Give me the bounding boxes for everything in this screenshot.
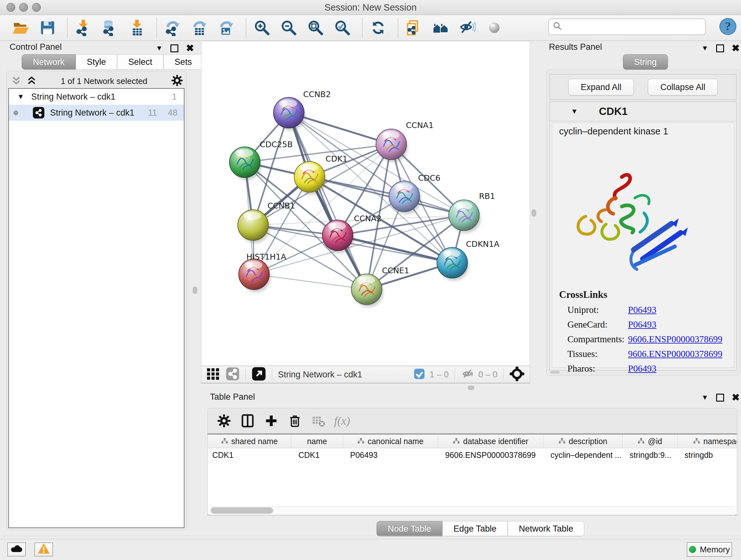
- edge-CCNB2-CCNE1[interactable]: [289, 113, 367, 289]
- collapse-all-networks-icon[interactable]: [26, 75, 37, 87]
- crosslink-label: Pharos:: [567, 363, 628, 374]
- column-label: namespace: [703, 437, 737, 446]
- node-HIST1H1A[interactable]: HIST1H1A: [239, 252, 286, 292]
- delete-column-icon[interactable]: [286, 412, 304, 430]
- left-divider-handle[interactable]: [193, 287, 197, 294]
- search-input[interactable]: [565, 22, 705, 32]
- export-image-icon[interactable]: [218, 19, 235, 37]
- node-RB1[interactable]: RB1: [449, 192, 495, 233]
- tab-string[interactable]: String: [623, 54, 668, 70]
- table-row[interactable]: CDK1CDK1P064939606.ENSP00000378699cyclin…: [208, 448, 737, 462]
- edge-HIST1H1A-CCNE1[interactable]: [254, 274, 367, 289]
- table-tabs: Node TableEdge TableNetwork Table: [377, 521, 584, 537]
- open-in-new-icon[interactable]: [252, 367, 266, 382]
- cloud-button[interactable]: [7, 543, 26, 557]
- hidden-eye-icon[interactable]: [461, 367, 475, 382]
- gene-expand-icon[interactable]: ▼: [571, 108, 578, 115]
- refresh-icon[interactable]: [369, 19, 387, 37]
- float-panel-icon[interactable]: [171, 44, 179, 52]
- node-CDKN1A[interactable]: CDKN1A: [437, 240, 499, 281]
- collapse-panel-icon[interactable]: ▼: [156, 45, 163, 52]
- node-CCNA1[interactable]: CCNA1: [376, 121, 434, 162]
- network-collection-label: String Network – cdk1: [31, 92, 116, 102]
- tab-style[interactable]: Style: [76, 54, 117, 70]
- gene-header-row[interactable]: ▼ CDK1: [550, 102, 736, 121]
- export-network-icon[interactable]: [164, 19, 181, 37]
- network-canvas[interactable]: CCNB2CCNA1CDC25BCDK1CDC6RB1CCNB1CCNA2CDK…: [201, 41, 530, 366]
- column-header-shared-name[interactable]: shared name: [208, 435, 291, 448]
- add-column-icon[interactable]: [262, 412, 280, 430]
- tab-network-table[interactable]: Network Table: [508, 521, 585, 537]
- help-icon[interactable]: ?: [719, 17, 737, 36]
- node-CCNB2[interactable]: CCNB2: [273, 90, 331, 131]
- expand-all-button[interactable]: Expand All: [568, 79, 634, 96]
- column-header-database-identifier[interactable]: database identifier: [438, 435, 543, 448]
- float-panel-icon[interactable]: [716, 394, 724, 401]
- column-label: @id: [648, 437, 662, 446]
- table-hscrollbar-thumb[interactable]: [211, 507, 273, 514]
- zoom-out-icon[interactable]: [280, 19, 297, 37]
- warnings-button[interactable]: [35, 543, 53, 557]
- column-header-@id[interactable]: @id: [623, 435, 677, 448]
- import-table-icon[interactable]: [128, 19, 145, 37]
- collapse-all-button[interactable]: Collapse All: [648, 79, 718, 96]
- column-header-description[interactable]: description: [543, 435, 623, 448]
- close-panel-icon[interactable]: ✖: [186, 44, 194, 53]
- export-table-icon[interactable]: [191, 19, 208, 37]
- show-columns-icon[interactable]: [239, 412, 257, 430]
- houses-icon[interactable]: [432, 19, 449, 37]
- tab-edge-table[interactable]: Edge Table: [442, 521, 508, 537]
- table-settings-gear-icon[interactable]: [215, 412, 233, 430]
- tree-expand-icon[interactable]: ▼: [17, 93, 24, 100]
- import-network-icon[interactable]: [75, 19, 92, 37]
- crosslink-link[interactable]: P06493: [628, 305, 657, 315]
- column-header-name[interactable]: name: [291, 435, 343, 448]
- float-panel-icon[interactable]: [716, 44, 724, 52]
- memory-status-icon: [689, 546, 696, 553]
- crosslink-link[interactable]: P06493: [628, 319, 657, 330]
- network-row-selected[interactable]: String Network – cdk1 11 48: [9, 105, 184, 121]
- collapse-panel-icon[interactable]: ▼: [701, 394, 709, 401]
- table-cell: cyclin–dependent ...: [543, 448, 623, 462]
- selected-checkbox-icon[interactable]: [414, 368, 425, 381]
- open-session-icon[interactable]: [12, 19, 29, 37]
- zoom-fit-icon[interactable]: [307, 19, 324, 37]
- memory-button[interactable]: Memory: [687, 542, 732, 557]
- grid-view-icon[interactable]: [206, 367, 220, 382]
- right-divider-handle[interactable]: [532, 209, 536, 216]
- edge-CDK1-RB1[interactable]: [310, 177, 464, 215]
- network-options-gear-icon[interactable]: [171, 74, 183, 88]
- close-panel-icon[interactable]: ✖: [732, 393, 740, 402]
- results-buttons-box: Expand All Collapse All: [549, 74, 737, 100]
- zoom-selected-icon[interactable]: [334, 19, 351, 37]
- expand-all-networks-icon[interactable]: [11, 75, 22, 87]
- column-header-namespace[interactable]: namespace: [677, 435, 737, 448]
- crosslink-row: GeneCard:P06493: [567, 317, 733, 332]
- save-session-icon[interactable]: [39, 19, 56, 37]
- node-CCNE1[interactable]: CCNE1: [351, 266, 409, 307]
- node-label-CDK1: CDK1: [326, 154, 347, 164]
- horizontal-divider-handle[interactable]: [468, 386, 474, 390]
- table-hscrollbar[interactable]: [209, 506, 735, 515]
- tab-sets[interactable]: Sets: [163, 54, 203, 70]
- network-collection-row[interactable]: ▼ String Network – cdk1 1: [9, 89, 184, 105]
- tab-network[interactable]: Network: [22, 54, 76, 70]
- zoom-in-icon[interactable]: [253, 19, 271, 37]
- crosslink-link[interactable]: 9606.ENSP00000378699: [628, 349, 723, 359]
- tab-select[interactable]: Select: [117, 54, 163, 70]
- tab-node-table[interactable]: Node Table: [377, 521, 442, 537]
- crosslink-link[interactable]: P06493: [628, 363, 657, 374]
- hide-eye-icon[interactable]: [459, 19, 476, 37]
- document-share-icon[interactable]: [405, 19, 422, 37]
- crosslink-row: Tissues:9606.ENSP00000378699: [567, 347, 733, 361]
- birdseye-view-icon[interactable]: [509, 366, 525, 383]
- results-scrollbar-thumb[interactable]: [550, 371, 560, 374]
- gray-ball-icon[interactable]: [486, 19, 503, 37]
- crosslink-link[interactable]: 9606.ENSP00000378699: [628, 334, 723, 345]
- node-CCNB1[interactable]: CCNB1: [238, 201, 295, 243]
- collapse-panel-icon[interactable]: ▼: [701, 45, 709, 52]
- close-panel-icon[interactable]: ✖: [732, 44, 740, 53]
- import-database-icon[interactable]: [102, 19, 119, 37]
- column-header-canonical-name[interactable]: canonical name: [343, 435, 438, 448]
- share-view-icon[interactable]: [226, 367, 240, 382]
